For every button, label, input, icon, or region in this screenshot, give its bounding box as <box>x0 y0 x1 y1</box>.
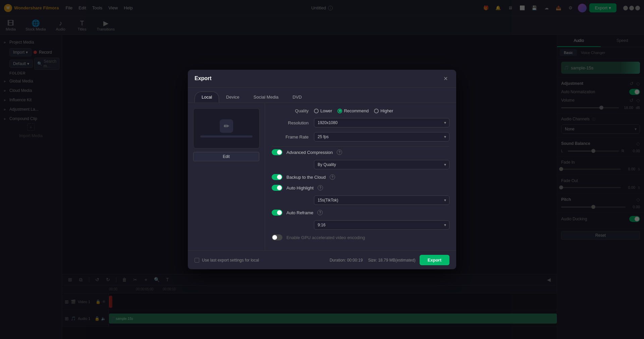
quality-row: Quality Lower Recommend Higher <box>272 108 449 113</box>
frame-rate-row: Frame Rate 25 fps 30 fps 60 fps <box>272 132 449 142</box>
reframe-ratio-row: 9:16 1:1 4:5 <box>272 220 449 230</box>
duration-info: Duration: 00:00:19 <box>330 258 363 263</box>
frame-rate-control: 25 fps 30 fps 60 fps <box>314 132 449 142</box>
highlight-duration-select[interactable]: 15s(TikTok) 30s 60s <box>314 195 449 205</box>
resolution-select[interactable]: 1920x1080 1280x720 854x480 <box>314 118 449 127</box>
quality-recommend-label: Recommend <box>344 108 369 113</box>
reframe-ratio-control: 9:16 1:1 4:5 <box>314 220 449 230</box>
size-info: Size: 18.79 MB(estimated) <box>368 258 415 263</box>
modal-tab-social-media[interactable]: Social Media <box>247 92 285 103</box>
backup-cloud-help-icon[interactable]: ? <box>330 174 335 180</box>
by-quality-row: By Quality By Bitrate <box>272 160 449 169</box>
quality-recommend[interactable]: Recommend <box>337 108 369 113</box>
quality-higher-radio[interactable] <box>374 109 379 113</box>
backup-cloud-toggle[interactable] <box>272 174 282 180</box>
auto-highlight-toggle[interactable] <box>272 185 282 191</box>
export-modal: Export ✕ Local Device Social Media DVD ✏… <box>188 70 456 269</box>
modal-tab-local[interactable]: Local <box>195 92 219 103</box>
advanced-compression-row: Advanced Compression ? <box>272 149 449 155</box>
size-value: 18.79 MB(estimated) <box>378 258 415 263</box>
use-last-settings-checkbox[interactable]: Use last export settings for local <box>195 258 259 263</box>
backup-cloud-label: Backup to the Cloud <box>286 175 326 180</box>
use-last-settings-label: Use last export settings for local <box>202 258 259 263</box>
quality-lower[interactable]: Lower <box>314 108 332 113</box>
auto-highlight-label: Auto Highlight <box>286 185 314 190</box>
modal-tab-dvd[interactable]: DVD <box>285 92 309 103</box>
quality-label: Quality <box>272 108 309 113</box>
quality-recommend-radio[interactable] <box>337 109 342 113</box>
auto-reframe-row: Auto Reframe ? <box>272 210 449 216</box>
by-quality-select[interactable]: By Quality By Bitrate <box>314 160 449 169</box>
duration-value: 00:00:19 <box>347 258 363 263</box>
advanced-compression-label: Advanced Compression <box>286 150 333 155</box>
modal-right-panel: Quality Lower Recommend Higher <box>265 103 456 250</box>
resolution-row: Resolution 1920x1080 1280x720 854x480 <box>272 118 449 127</box>
highlight-duration-row: 15s(TikTok) 30s 60s <box>272 195 449 205</box>
size-label: Size: <box>368 258 377 263</box>
auto-reframe-label: Auto Reframe <box>286 210 313 215</box>
modal-body: ✏ Edit Quality Lower <box>188 103 456 250</box>
preview-box: ✏ <box>193 108 260 149</box>
frame-rate-label: Frame Rate <box>272 134 309 139</box>
quality-higher[interactable]: Higher <box>374 108 393 113</box>
advanced-compression-toggle[interactable] <box>272 149 282 155</box>
auto-reframe-help-icon[interactable]: ? <box>317 210 323 215</box>
quality-lower-radio[interactable] <box>314 109 319 113</box>
gpu-label: Enable GPU accelerated video encoding <box>286 235 365 240</box>
modal-tab-device[interactable]: Device <box>219 92 247 103</box>
backup-cloud-row: Backup to the Cloud ? <box>272 174 449 180</box>
edit-button[interactable]: Edit <box>193 152 259 161</box>
resolution-label: Resolution <box>272 120 309 125</box>
auto-highlight-help-icon[interactable]: ? <box>318 185 323 190</box>
highlight-duration-control: 15s(TikTok) 30s 60s <box>314 195 449 205</box>
modal-overlay: Export ✕ Local Device Social Media DVD ✏… <box>0 0 644 339</box>
gpu-toggle[interactable] <box>272 234 282 240</box>
preview-line <box>200 135 253 137</box>
quality-lower-label: Lower <box>320 108 332 113</box>
divider-1 <box>272 146 449 147</box>
duration-label: Duration: <box>330 258 346 263</box>
by-quality-control: By Quality By Bitrate <box>314 160 449 169</box>
quality-control: Lower Recommend Higher <box>314 108 449 113</box>
export-final-button[interactable]: Export <box>420 255 449 265</box>
gpu-row: Enable GPU accelerated video encoding <box>272 234 449 240</box>
modal-tabs: Local Device Social Media DVD <box>188 88 456 103</box>
modal-footer: Use last export settings for local Durat… <box>188 250 456 269</box>
reframe-ratio-select[interactable]: 9:16 1:1 4:5 <box>314 220 449 230</box>
modal-close-btn[interactable]: ✕ <box>441 74 449 82</box>
modal-header: Export ✕ <box>188 70 456 88</box>
quality-higher-label: Higher <box>380 108 393 113</box>
preview-edit-icon: ✏ <box>220 119 233 133</box>
footer-meta: Duration: 00:00:19 Size: 18.79 MB(estima… <box>330 258 416 263</box>
checkbox-box[interactable] <box>195 258 199 263</box>
advanced-compression-help-icon[interactable]: ? <box>337 150 342 155</box>
modal-left-panel: ✏ Edit <box>188 103 265 250</box>
auto-highlight-row: Auto Highlight ? <box>272 185 449 191</box>
resolution-control: 1920x1080 1280x720 854x480 <box>314 118 449 127</box>
modal-title: Export <box>195 75 212 81</box>
frame-rate-select[interactable]: 25 fps 30 fps 60 fps <box>314 132 449 142</box>
auto-reframe-toggle[interactable] <box>272 210 282 216</box>
